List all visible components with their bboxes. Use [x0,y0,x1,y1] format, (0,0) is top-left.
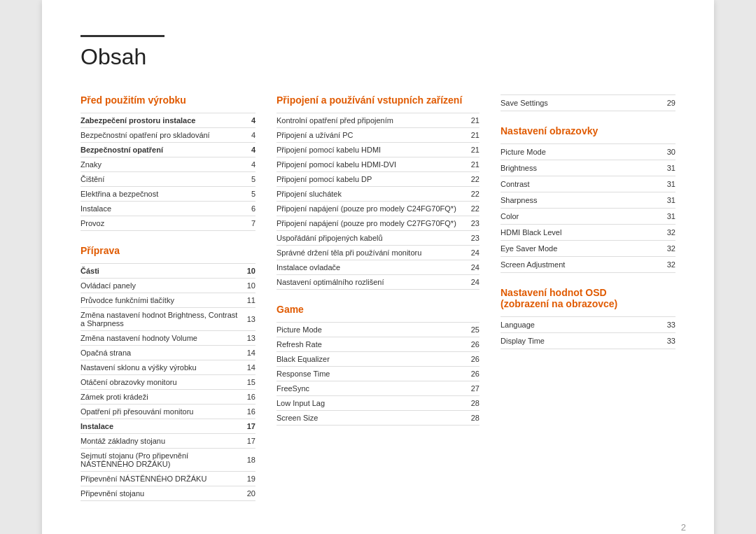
table-row: Contrast31 [500,176,676,192]
table-row: Nastavení sklonu a výšky výrobku14 [80,360,255,375]
table-row: Změna nastavení hodnoty Volume13 [80,331,255,346]
section-title-pred: Před použitím výrobku [80,94,255,106]
table-row: Otáčení obrazovky monitoru15 [80,375,255,390]
table-row: Zámek proti krádeži16 [80,390,255,405]
table-row: Připojení napájení (pouze pro modely C27… [276,216,479,231]
toc-label: Instalace [80,202,238,216]
toc-label: Zabezpečení prostoru instalace [80,113,238,128]
table-row: Language33 [500,317,676,333]
toc-label: Připojení pomocí kabelu DP [276,172,462,187]
toc-table-osd: Language33Display Time33 [500,316,676,349]
column-right: Save Settings29 Nastavení obrazovky Pict… [500,94,676,522]
toc-page-number: 29 [658,95,676,111]
table-row: Refresh Rate26 [276,337,479,352]
table-row: Low Input Lag28 [276,396,479,411]
toc-page-number: 17 [238,434,255,449]
toc-page-number: 25 [462,323,479,337]
table-row: Sharpness31 [500,192,676,209]
toc-table-pred: Zabezpečení prostoru instalace4Bezpečnos… [80,113,255,231]
toc-label: Změna nastavení hodnoty Volume [80,331,238,346]
toc-label: Elektřina a bezpečnost [80,187,238,202]
toc-label: Připojení a užívání PC [276,128,462,143]
table-row: Montáž základny stojanu17 [80,434,255,449]
table-row: Sejmutí stojanu (Pro připevnění NÁSTĚNNÉ… [80,449,255,472]
section-game: Game Picture Mode25Refresh Rate26Black E… [276,304,479,426]
toc-page-number: 31 [658,192,676,209]
column-middle: Připojení a používání vstupních zařízení… [276,94,500,522]
toc-page-number: 10 [238,264,255,279]
toc-page-number: 22 [462,187,479,202]
toc-page-number: 26 [462,352,479,367]
table-row: Picture Mode25 [276,323,479,337]
table-row: Response Time26 [276,367,479,381]
toc-page-number: 21 [462,143,479,157]
table-row: Průvodce funkčními tlačítky11 [80,293,255,308]
table-row: Bezpečnostní opatření4 [80,143,255,157]
toc-label: Eye Saver Mode [500,241,658,257]
toc-label: Připojení napájení (pouze pro modely C24… [276,202,462,216]
section-title-game: Game [276,304,479,315]
table-row: Elektřina a bezpečnost5 [80,187,255,202]
toc-page-number: 24 [462,260,479,275]
toc-label: Uspořádání připojených kabelů [276,231,462,246]
toc-page-number: 13 [238,331,255,346]
toc-page-number: 20 [238,486,255,501]
toc-page-number: 32 [658,241,676,257]
table-row: Eye Saver Mode32 [500,241,676,257]
table-row: Bezpečnostní opatření pro skladování4 [80,128,255,143]
table-row: Brightness31 [500,160,676,176]
table-row: Změna nastavení hodnot Brightness, Contr… [80,308,255,331]
table-row: Screen Adjustment32 [500,257,676,273]
table-row: Připojení pomocí kabelu HDMI21 [276,143,479,157]
toc-page-number: 22 [462,202,479,216]
column-left: Před použitím výrobku Zabezpečení prosto… [80,94,276,522]
toc-label: Zámek proti krádeži [80,390,238,405]
table-row: Čištění5 [80,172,255,187]
table-row: HDMI Black Level32 [500,225,676,241]
toc-page-number: 4 [238,113,255,128]
toc-page-number: 31 [658,160,676,176]
toc-label: HDMI Black Level [500,225,658,241]
table-row: Připevnění NÁSTĚNNÉHO DRŽÁKU19 [80,472,255,486]
toc-label: Kontrolní opatření před připojením [276,113,462,128]
toc-table-nastaveni: Picture Mode30Brightness31Contrast31Shar… [500,143,676,273]
toc-label: Změna nastavení hodnot Brightness, Contr… [80,308,238,331]
table-row: Připojení pomocí kabelu HDMI-DVI21 [276,157,479,172]
toc-page-number: 14 [238,360,255,375]
toc-page-number: 33 [658,317,676,333]
toc-page-number: 21 [462,128,479,143]
table-row: Zabezpečení prostoru instalace4 [80,113,255,128]
toc-page-number: 31 [658,176,676,192]
toc-page-number: 5 [238,187,255,202]
table-row: Black Equalizer26 [276,352,479,367]
toc-label: Language [500,317,658,333]
section-nastaveni-obrazovky: Nastavení obrazovky Picture Mode30Bright… [500,125,676,273]
toc-label: Připojení sluchátek [276,187,462,202]
toc-page-number: 7 [238,216,255,231]
page-container: Obsah Před použitím výrobku Zabezpečení … [42,0,714,534]
toc-page-number: 16 [238,390,255,405]
table-row: Kontrolní opatření před připojením21 [276,113,479,128]
table-row: Uspořádání připojených kabelů23 [276,231,479,246]
toc-label: Display Time [500,333,658,349]
toc-label: Montáž základny stojanu [80,434,238,449]
toc-table-pripojeni: Kontrolní opatření před připojením21Přip… [276,113,479,290]
toc-label: Save Settings [500,95,658,111]
table-row: Provoz7 [80,216,255,231]
toc-label: Instalace ovladače [276,260,462,275]
toc-label: Části [80,264,238,279]
toc-page-number: 4 [238,128,255,143]
section-save-settings: Save Settings29 [500,94,676,111]
toc-page-number: 26 [462,337,479,352]
toc-label: Screen Size [276,411,462,426]
toc-page-number: 18 [238,449,255,472]
toc-page-number: 28 [462,411,479,426]
toc-label: Response Time [276,367,462,381]
toc-label: Color [500,209,658,225]
table-row: Color31 [500,209,676,225]
toc-label: Opačná strana [80,346,238,360]
section-title-priprava: Příprava [80,245,255,256]
toc-page-number: 24 [462,246,479,260]
toc-label: Picture Mode [276,323,462,337]
toc-label: Instalace [80,419,238,434]
